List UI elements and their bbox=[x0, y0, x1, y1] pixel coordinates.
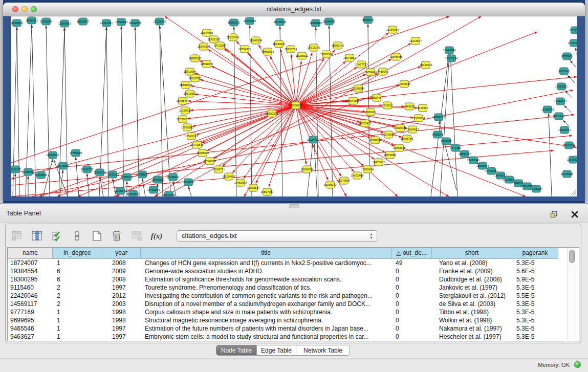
table-cell[interactable]: 5.3E-5 bbox=[512, 259, 558, 268]
table-cell[interactable]: 0 bbox=[391, 325, 432, 333]
table-cell[interactable]: 1 bbox=[53, 317, 102, 325]
graph-edge-citation[interactable] bbox=[64, 28, 68, 196]
graph-edge-citation[interactable] bbox=[368, 24, 369, 180]
table-cell[interactable]: 1997 bbox=[102, 333, 141, 341]
table-cell[interactable]: 6 bbox=[53, 276, 102, 284]
graph-edge-selected[interactable] bbox=[256, 105, 296, 183]
table-cell[interactable]: 18300295 bbox=[8, 276, 53, 284]
table-cell[interactable]: Yano et al. (2008) bbox=[432, 259, 512, 268]
table-cell[interactable]: 19384554 bbox=[8, 268, 53, 276]
table-cell[interactable]: Tourette syndrome. Phenomenology and cla… bbox=[141, 284, 391, 292]
tab-network-table[interactable]: Network Table bbox=[296, 345, 350, 356]
table-cell[interactable]: 9463627 bbox=[8, 333, 53, 341]
table-cell[interactable]: 2008 bbox=[102, 276, 141, 284]
table-cell[interactable]: 1 bbox=[53, 325, 102, 333]
graph-edge-selected[interactable] bbox=[296, 74, 378, 105]
table-row[interactable]: 2242004622012Investigating the contribut… bbox=[8, 292, 579, 300]
graph-edge-selected[interactable] bbox=[296, 105, 395, 127]
column-header-in_degree[interactable]: in_degree bbox=[53, 248, 102, 259]
graph-edge-selected[interactable] bbox=[296, 77, 577, 105]
table-cell[interactable]: 1 bbox=[53, 259, 102, 268]
table-cell[interactable]: 1998 bbox=[102, 317, 141, 325]
table-cell[interactable]: Corpus callosum shape and size in male p… bbox=[141, 309, 391, 317]
table-cell[interactable]: 22420046 bbox=[8, 292, 53, 300]
table-cell[interactable]: Estimation of significance thresholds fo… bbox=[141, 276, 391, 284]
table-cell[interactable]: 5.3E-5 bbox=[512, 300, 558, 309]
show-columns-icon[interactable] bbox=[31, 230, 43, 242]
table-row[interactable]: 977716911998Corpus callosum shape and si… bbox=[8, 309, 579, 317]
table-cell[interactable]: 5.3E-5 bbox=[512, 325, 558, 333]
table-row[interactable]: 1456911722003Disruption of a novel membe… bbox=[8, 300, 579, 309]
table-cell[interactable]: 5.3E-5 bbox=[512, 333, 558, 341]
table-cell[interactable]: 0 bbox=[391, 333, 432, 341]
delete-table-icon[interactable] bbox=[130, 230, 143, 242]
table-row[interactable]: 946554611997Estimation of the future num… bbox=[8, 325, 579, 333]
table-cell[interactable]: 2 bbox=[53, 300, 102, 309]
graph-edge-selected[interactable] bbox=[207, 105, 296, 150]
graph-edge-selected[interactable] bbox=[11, 136, 572, 185]
graph-edge-citation[interactable] bbox=[59, 28, 64, 196]
table-selector-dropdown[interactable]: citations_edges.txt ▲▼ bbox=[177, 230, 377, 242]
table-cell[interactable]: 5.3E-5 bbox=[512, 309, 558, 317]
table-cell[interactable]: Hescheler et al. (1997) bbox=[432, 333, 512, 341]
table-cell[interactable]: 0 bbox=[391, 309, 432, 317]
table-cell[interactable]: 0 bbox=[391, 300, 432, 309]
table-cell[interactable]: 9115460 bbox=[8, 284, 53, 292]
delete-column-icon[interactable] bbox=[111, 230, 123, 242]
tab-edge-table[interactable]: Edge Table bbox=[256, 345, 296, 356]
table-vertical-scrollbar[interactable] bbox=[568, 248, 576, 340]
table-cell[interactable]: Changes of HCN gene expression and I(f) … bbox=[141, 259, 391, 268]
graph-edge-citation[interactable] bbox=[106, 27, 108, 196]
table-cell[interactable]: 0 bbox=[391, 268, 432, 276]
table-cell[interactable]: Jankovic et al. (1997) bbox=[432, 284, 512, 292]
table-cell[interactable]: de Silva et al. (2003) bbox=[432, 300, 512, 309]
table-cell[interactable]: 2 bbox=[53, 292, 102, 300]
table-cell[interactable]: Embryonic stem cells: a model to study s… bbox=[141, 333, 391, 341]
float-panel-icon[interactable] bbox=[548, 208, 560, 221]
panel-sash-grip[interactable] bbox=[289, 204, 299, 208]
table-cell[interactable]: 1 bbox=[53, 309, 102, 317]
table-cell[interactable]: Tibbo et al. (1998) bbox=[432, 309, 512, 317]
column-header-name[interactable]: name bbox=[8, 248, 53, 259]
table-row[interactable]: 1938455462009Genome-wide association stu… bbox=[8, 268, 579, 276]
table-row[interactable]: 1872400712008Changes of HCN gene express… bbox=[8, 259, 579, 268]
table-cell[interactable]: 1998 bbox=[102, 309, 141, 317]
table-cell[interactable]: Disruption of a novel member of a sodium… bbox=[141, 300, 391, 309]
table-cell[interactable]: 2003 bbox=[102, 300, 141, 309]
graph-edge-citation[interactable] bbox=[450, 54, 458, 196]
table-cell[interactable]: 5.9E-5 bbox=[512, 276, 558, 284]
table-cell[interactable]: 5.6E-5 bbox=[512, 268, 558, 276]
close-panel-icon[interactable] bbox=[569, 208, 581, 221]
create-column-icon[interactable] bbox=[91, 230, 103, 242]
graph-edge-selected[interactable] bbox=[11, 115, 574, 172]
table-cell[interactable]: 1 bbox=[53, 333, 102, 341]
window-resize-grip[interactable] bbox=[568, 188, 576, 196]
table-cell[interactable]: 0 bbox=[391, 284, 432, 292]
column-header-out_de[interactable]: △ out_de... bbox=[391, 248, 432, 259]
table-cell[interactable]: Wolkin et al. (1998) bbox=[432, 317, 512, 325]
table-cell[interactable]: 9777169 bbox=[8, 309, 53, 317]
table-cell[interactable]: Investigating the contribution of common… bbox=[141, 292, 391, 300]
network-canvas[interactable]: 2006851218698321219269741956568318839057… bbox=[11, 16, 577, 196]
table-cell[interactable]: 6 bbox=[53, 268, 102, 276]
table-cell[interactable]: 2012 bbox=[102, 292, 141, 300]
table-cell[interactable]: 0 bbox=[391, 317, 432, 325]
column-header-pagerank[interactable]: pagerank bbox=[512, 248, 558, 259]
table-row[interactable]: 946362711997Embryonic stem cells: a mode… bbox=[8, 333, 579, 341]
table-cell[interactable]: 0 bbox=[391, 292, 432, 300]
table-cell[interactable]: Franke et al. (2009) bbox=[432, 268, 512, 276]
table-row[interactable]: 1830029562008Estimation of significance … bbox=[8, 276, 579, 284]
graph-edge-selected[interactable] bbox=[188, 101, 296, 105]
scrollbar-thumb[interactable] bbox=[569, 250, 575, 263]
table-cell[interactable]: 1997 bbox=[102, 284, 141, 292]
table-mode-icon[interactable] bbox=[11, 230, 23, 242]
table-cell[interactable]: 5.3E-5 bbox=[512, 284, 558, 292]
graph-edge-selected[interactable] bbox=[296, 53, 312, 105]
column-header-year[interactable]: year bbox=[102, 248, 141, 259]
table-cell[interactable]: Genome-wide association studies in ADHD. bbox=[141, 268, 391, 276]
table-cell[interactable]: 18724007 bbox=[8, 259, 53, 268]
table-cell[interactable]: Estimation of the future numbers of pati… bbox=[141, 325, 391, 333]
table-row[interactable]: 911546021997Tourette syndrome. Phenomeno… bbox=[8, 284, 579, 292]
column-header-title[interactable]: title bbox=[141, 248, 391, 259]
table-cell[interactable]: Nakamura et al. (1997) bbox=[432, 325, 512, 333]
